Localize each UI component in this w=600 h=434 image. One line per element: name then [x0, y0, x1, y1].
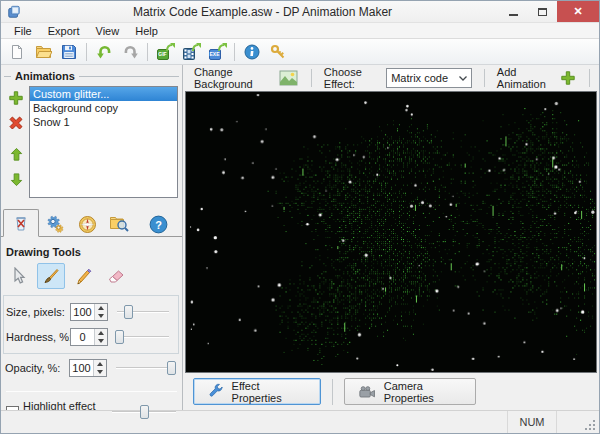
hardness-slider[interactable] — [117, 329, 169, 345]
toolbar-separator — [147, 43, 148, 61]
tab-drawing-tools[interactable] — [3, 209, 39, 237]
new-file-button[interactable] — [5, 41, 29, 63]
move-up-button[interactable] — [7, 145, 25, 163]
main-toolbar: GIF EXE — [1, 39, 599, 65]
info-button[interactable] — [240, 41, 264, 63]
spin-up-button[interactable] — [95, 304, 107, 312]
brush-icon — [42, 267, 60, 285]
tab-navigation[interactable] — [71, 212, 103, 236]
gears-icon — [45, 214, 65, 234]
slider-thumb[interactable] — [115, 330, 124, 344]
tab-effect-settings[interactable] — [39, 212, 71, 236]
spin-up-button[interactable] — [95, 329, 107, 337]
opacity-spinner[interactable]: 100 — [69, 359, 107, 377]
camera-properties-button[interactable]: Camera Properties — [344, 378, 476, 405]
app-window: Matrix Code Example.asw - DP Animation M… — [0, 0, 600, 434]
new-file-icon — [9, 44, 25, 60]
redo-icon — [122, 44, 139, 60]
opacity-label: Opacity, %: — [5, 362, 69, 374]
drawing-tool-buttons — [1, 263, 182, 289]
size-label: Size, pixels: — [6, 306, 70, 318]
cursor-icon — [11, 267, 27, 285]
chevron-down-icon — [455, 76, 471, 81]
list-item[interactable]: Custom glitter... — [30, 87, 177, 101]
menu-view[interactable]: View — [89, 24, 127, 38]
add-animation-button[interactable] — [7, 89, 25, 107]
tool-tabs: ? — [1, 209, 182, 237]
pencil-tool-button[interactable] — [69, 263, 97, 289]
list-item[interactable]: Snow 1 — [30, 115, 177, 129]
effect-select[interactable]: Matrix code — [386, 68, 472, 88]
animations-group-header: Animations — [1, 70, 182, 82]
tab-browse-library[interactable] — [103, 212, 135, 236]
undo-icon — [96, 44, 113, 60]
hardness-spinner[interactable]: 0 — [70, 328, 108, 346]
export-video-button[interactable] — [179, 41, 203, 63]
open-file-button[interactable] — [31, 41, 55, 63]
slider-thumb[interactable] — [140, 405, 149, 419]
spin-down-button[interactable] — [95, 337, 107, 345]
title-bar: Matrix Code Example.asw - DP Animation M… — [1, 1, 599, 22]
license-key-button[interactable] — [266, 41, 290, 63]
change-background-button[interactable] — [278, 68, 299, 88]
maximize-button[interactable] — [528, 1, 557, 22]
export-gif-button[interactable]: GIF — [153, 41, 177, 63]
help-icon: ? — [149, 215, 168, 234]
animations-list[interactable]: Custom glitter... Background copy Snow 1 — [29, 86, 178, 198]
slider-thumb[interactable] — [124, 305, 133, 319]
highlight-slider[interactable] — [112, 404, 176, 420]
add-animation-button-top[interactable] — [558, 68, 577, 88]
spin-up-button[interactable] — [94, 360, 106, 368]
bar-separator — [332, 379, 333, 405]
size-spinner[interactable]: 100 — [70, 303, 108, 321]
bar-separator — [589, 69, 590, 87]
wrench-icon — [208, 383, 224, 400]
opacity-slider[interactable] — [116, 360, 173, 376]
properties-bar: Effect Properties Camera Properties — [183, 373, 599, 410]
export-exe-button[interactable]: EXE — [205, 41, 229, 63]
status-spacer — [557, 411, 583, 433]
minimize-button[interactable] — [499, 1, 528, 22]
size-slider[interactable] — [117, 304, 169, 320]
save-button[interactable] — [57, 41, 81, 63]
drawing-tools-icon — [12, 213, 30, 233]
spin-down-button[interactable] — [94, 368, 106, 376]
license-key-icon — [270, 44, 286, 60]
pencil-icon — [74, 267, 92, 285]
menu-file[interactable]: File — [7, 24, 39, 38]
resize-grip[interactable] — [583, 418, 597, 432]
background-image-icon — [279, 70, 298, 86]
delete-animation-button[interactable] — [7, 114, 25, 132]
close-icon: ✕ — [573, 6, 582, 17]
menu-help[interactable]: Help — [128, 24, 165, 38]
brush-tool-button[interactable] — [37, 263, 65, 289]
animation-canvas[interactable] — [186, 92, 596, 372]
animations-title: Animations — [15, 70, 75, 82]
plus-icon — [560, 70, 576, 86]
preview-area[interactable] — [185, 91, 597, 373]
drawing-tools-title: Drawing Tools — [6, 246, 182, 258]
export-gif-icon: GIF — [157, 44, 174, 60]
divider — [6, 391, 177, 392]
eraser-tool-button[interactable] — [101, 263, 129, 289]
add-animation-label: Add Animation — [497, 66, 552, 90]
redo-button[interactable] — [118, 41, 142, 63]
maximize-icon — [538, 8, 547, 16]
effect-properties-button[interactable]: Effect Properties — [193, 378, 321, 405]
export-exe-icon: EXE — [209, 44, 226, 60]
move-down-button[interactable] — [7, 170, 25, 188]
close-button[interactable]: ✕ — [557, 1, 599, 22]
window-title: Matrix Code Example.asw - DP Animation M… — [26, 5, 499, 19]
bar-separator — [311, 69, 312, 87]
tab-help[interactable]: ? — [142, 212, 174, 236]
list-item[interactable]: Background copy — [30, 101, 177, 115]
menu-export[interactable]: Export — [41, 24, 87, 38]
undo-button[interactable] — [92, 41, 116, 63]
select-tool-button[interactable] — [5, 263, 33, 289]
spin-down-button[interactable] — [95, 312, 107, 320]
plus-icon — [8, 90, 24, 106]
compass-icon — [78, 215, 97, 234]
slider-thumb[interactable] — [167, 361, 176, 375]
arrow-up-icon — [9, 147, 24, 162]
menu-bar: File Export View Help — [1, 22, 599, 39]
